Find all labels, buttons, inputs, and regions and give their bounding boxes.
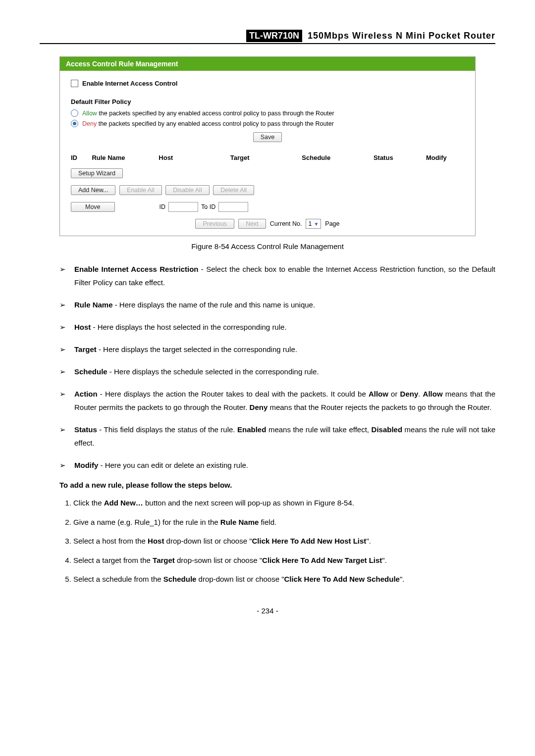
deny-rest: the packets specified by any enabled acc… (97, 120, 334, 127)
th-host: Host (159, 154, 230, 161)
step-item: Select a target from the Target drop-sow… (73, 554, 495, 568)
id-label: ID (160, 203, 166, 210)
th-modify: Modify (426, 154, 464, 161)
th-schedule: Schedule (302, 154, 374, 161)
default-filter-title: Default Filter Policy (71, 98, 464, 105)
model-desc: 150Mbps Wireless N Mini Pocket Router (308, 31, 495, 41)
figure-caption: Figure 8-54 Access Control Rule Manageme… (40, 242, 495, 251)
radio-deny[interactable]: Deny the packets specified by any enable… (71, 120, 464, 127)
enable-checkbox-label: Enable Internet Access Control (82, 80, 177, 87)
page-word: Page (325, 220, 339, 227)
ordered-steps: Click the Add New… button and the next s… (59, 496, 495, 587)
list-item: Rule Name - Here displays the name of th… (59, 298, 495, 311)
router-screenshot: Access Control Rule Management Enable In… (59, 56, 476, 236)
current-no-label: Current No. (270, 220, 302, 227)
steps-title: To add a new rule, please follow the ste… (59, 481, 495, 489)
chevron-down-icon: ▼ (314, 221, 319, 227)
radio-icon-checked[interactable] (71, 120, 78, 127)
enable-checkbox-row[interactable]: Enable Internet Access Control (71, 80, 464, 87)
to-id-input[interactable] (218, 202, 248, 212)
deny-word: Deny (82, 120, 97, 127)
list-item: Action - Here displays the action the Ro… (59, 387, 495, 414)
list-item: Enable Internet Access Restriction - Sel… (59, 262, 495, 289)
previous-button[interactable]: Previous (195, 219, 234, 229)
step-item: Give a name (e.g. Rule_1) for the rule i… (73, 515, 495, 530)
list-item: Modify - Here you can edit or delete an … (59, 458, 495, 472)
list-item: Status - This field displays the status … (59, 423, 495, 450)
th-id: ID (71, 154, 92, 161)
th-rule: Rule Name (92, 154, 159, 161)
save-button[interactable]: Save (253, 132, 282, 142)
disable-all-button[interactable]: Disable All (165, 185, 209, 195)
setup-wizard-button[interactable]: Setup Wizard (71, 168, 123, 178)
checkbox-icon[interactable] (71, 80, 78, 87)
allow-word: Allow (82, 110, 97, 117)
to-id-label: To ID (201, 203, 215, 210)
move-button[interactable]: Move (71, 202, 115, 212)
screenshot-title: Access Control Rule Management (60, 57, 475, 71)
bullet-list: Enable Internet Access Restriction - Sel… (59, 262, 495, 472)
radio-allow[interactable]: Allow the packets specified by any enabl… (71, 109, 464, 117)
enable-all-button[interactable]: Enable All (119, 185, 162, 195)
step-item: Select a schedule from the Schedule drop… (73, 572, 495, 587)
list-item: Target - Here displays the target select… (59, 343, 495, 356)
step-item: Select a host from the Host drop-down li… (73, 534, 495, 549)
model-number: TL-WR710N (246, 30, 302, 42)
list-item: Schedule - Here displays the schedule se… (59, 365, 495, 378)
th-status: Status (374, 154, 426, 161)
doc-header: TL-WR710N 150Mbps Wireless N Mini Pocket… (40, 30, 495, 44)
next-button[interactable]: Next (238, 219, 266, 229)
radio-icon-unchecked[interactable] (71, 109, 78, 117)
add-new-button[interactable]: Add New... (71, 185, 115, 195)
page-select[interactable]: 1 ▼ (306, 219, 321, 229)
th-target: Target (230, 154, 302, 161)
table-header: ID Rule Name Host Target Schedule Status… (71, 151, 464, 164)
list-item: Host - Here displays the host selected i… (59, 320, 495, 334)
id-input[interactable] (168, 202, 198, 212)
step-item: Click the Add New… button and the next s… (73, 496, 495, 510)
allow-rest: the packets specified by any enabled acc… (97, 110, 334, 117)
delete-all-button[interactable]: Delete All (213, 185, 254, 195)
page-number: - 234 - (40, 606, 495, 615)
